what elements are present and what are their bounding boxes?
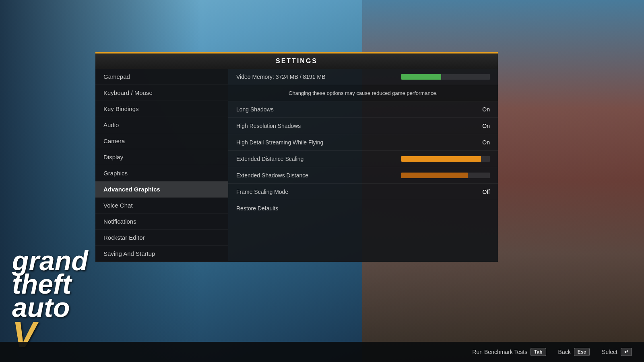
slider-extended-distance-scaling[interactable]	[401, 156, 490, 162]
video-memory-row: Video Memory: 3724 MB / 8191 MB	[228, 69, 498, 85]
slider-fill-extended-shadows-distance	[401, 173, 468, 178]
settings-content: GamepadKeyboard / MouseKey BindingsAudio…	[95, 69, 498, 262]
video-memory-fill	[401, 74, 441, 80]
bottom-action-select[interactable]: Select↵	[602, 348, 632, 356]
nav-item-key-bindings[interactable]: Key Bindings	[95, 101, 228, 117]
nav-item-notifications[interactable]: Notifications	[95, 214, 228, 230]
settings-nav: GamepadKeyboard / MouseKey BindingsAudio…	[95, 69, 228, 262]
setting-label-long-shadows: Long Shadows	[236, 106, 474, 113]
bottom-action-label-back: Back	[558, 349, 571, 355]
setting-label-high-res-shadows: High Resolution Shadows	[236, 123, 474, 129]
gta-logo: grand theft auto V	[12, 249, 88, 350]
nav-item-gamepad[interactable]: Gamepad	[95, 69, 228, 85]
setting-value-high-detail-streaming: On	[474, 139, 490, 146]
setting-row-high-detail-streaming[interactable]: High Detail Streaming While FlyingOn	[228, 134, 498, 151]
slider-extended-shadows-distance[interactable]	[401, 173, 490, 178]
bottom-action-label-select: Select	[602, 349, 617, 355]
setting-label-frame-scaling-mode: Frame Scaling Mode	[236, 189, 474, 195]
setting-label-extended-distance-scaling: Extended Distance Scaling	[236, 156, 401, 162]
settings-title-bar: SETTINGS	[95, 52, 498, 69]
setting-value-long-shadows: On	[474, 106, 490, 113]
settings-title: SETTINGS	[276, 58, 318, 64]
slider-fill-extended-distance-scaling	[401, 156, 481, 162]
setting-label-extended-shadows-distance: Extended Shadows Distance	[236, 172, 401, 179]
nav-item-saving-startup[interactable]: Saving And Startup	[95, 246, 228, 262]
setting-row-extended-shadows-distance[interactable]: Extended Shadows Distance	[228, 167, 498, 184]
setting-row-extended-distance-scaling[interactable]: Extended Distance Scaling	[228, 151, 498, 167]
setting-value-high-res-shadows: On	[474, 123, 490, 129]
nav-item-display[interactable]: Display	[95, 149, 228, 165]
nav-item-rockstar-editor[interactable]: Rockstar Editor	[95, 230, 228, 246]
restore-defaults-row[interactable]: Restore Defaults	[228, 200, 498, 216]
bottom-action-benchmark[interactable]: Run Benchmark TestsTab	[472, 348, 546, 356]
key-badge-select: ↵	[621, 348, 632, 356]
settings-panel: SETTINGS GamepadKeyboard / MouseKey Bind…	[95, 52, 498, 262]
setting-label-high-detail-streaming: High Detail Streaming While Flying	[236, 139, 474, 146]
warning-text: Changing these options may cause reduced…	[289, 90, 438, 96]
nav-item-keyboard-mouse[interactable]: Keyboard / Mouse	[95, 85, 228, 101]
warning-row: Changing these options may cause reduced…	[228, 85, 498, 101]
restore-defaults-label: Restore Defaults	[236, 205, 278, 212]
bottom-action-label-benchmark: Run Benchmark Tests	[472, 349, 527, 355]
nav-item-audio[interactable]: Audio	[95, 117, 228, 133]
nav-item-camera[interactable]: Camera	[95, 133, 228, 149]
nav-item-graphics[interactable]: Graphics	[95, 165, 228, 181]
nav-item-voice-chat[interactable]: Voice Chat	[95, 197, 228, 214]
settings-main: Video Memory: 3724 MB / 8191 MB Changing…	[228, 69, 498, 262]
setting-row-high-res-shadows[interactable]: High Resolution ShadowsOn	[228, 118, 498, 134]
video-memory-bar	[401, 74, 490, 80]
bottom-bar: Run Benchmark TestsTabBackEscSelect↵	[0, 342, 644, 362]
key-badge-benchmark: Tab	[530, 348, 546, 356]
nav-item-advanced-graphics[interactable]: Advanced Graphics	[95, 181, 228, 197]
setting-value-frame-scaling-mode: Off	[474, 189, 490, 195]
bottom-action-back[interactable]: BackEsc	[558, 348, 590, 356]
setting-row-long-shadows[interactable]: Long ShadowsOn	[228, 101, 498, 118]
video-memory-label: Video Memory: 3724 MB / 8191 MB	[236, 74, 395, 80]
panel-accent-line	[95, 52, 498, 53]
setting-row-frame-scaling-mode[interactable]: Frame Scaling ModeOff	[228, 184, 498, 200]
options-container: Long ShadowsOnHigh Resolution ShadowsOnH…	[228, 101, 498, 200]
key-badge-back: Esc	[574, 348, 590, 356]
